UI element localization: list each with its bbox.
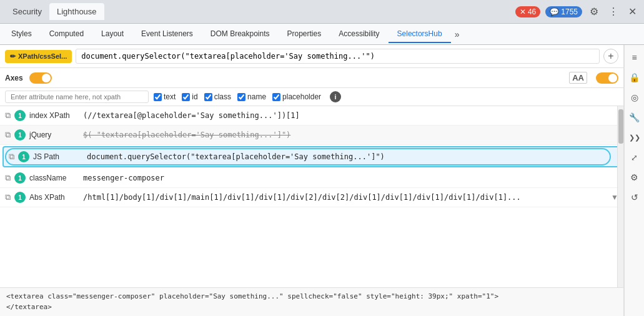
cb-placeholder-label[interactable]: placeholder [272,92,321,101]
tab-dom-breakpoints[interactable]: DOM Breakpoints [202,26,279,43]
row-num: 1 [14,172,26,184]
gear-button[interactable]: ⚙ [587,3,601,20]
row-num: 1 [14,192,26,203]
axes-row: Axes AA [0,68,623,88]
copy-icon[interactable]: ⧉ [5,173,11,183]
sidebar-wrench-icon[interactable]: 🔧 [626,109,643,126]
row-label: Abs XPath [29,193,79,202]
row-value: messenger-composer [83,174,618,182]
row-value: document.querySelector("textarea[placeho… [87,152,615,161]
top-bar-controls: ✕ 46 💬 1755 ⚙ ⋮ ✕ [515,3,639,20]
xpath-table: ⧉ 1 index XPath (//textarea[@placeholder… [0,106,623,287]
filter-checkboxes: text id class name placeholder i [154,91,341,102]
row-value: $( "textarea[placeholder='Say something.… [83,131,618,139]
error-count: 46 [528,7,536,16]
row-label: jQuery [29,131,79,139]
xpath-input[interactable] [76,49,600,64]
add-button[interactable]: + [603,49,618,64]
cb-class[interactable] [204,93,212,101]
footer: <textarea class="messenger-composer" pla… [0,287,623,316]
copy-icon[interactable]: ⧉ [5,130,11,140]
lighthouse-tab[interactable]: Lighthouse [49,3,104,20]
row-label: index XPath [29,111,79,120]
message-icon: 💬 [550,7,559,16]
row-value: /html[1]/body[1]/div[1]/main[1]/div[1]/d… [83,193,607,202]
tab-accessibility[interactable]: Accessibility [330,26,388,43]
plus-icon: + [608,51,613,62]
xpath-bar: ✏ XPath/cssSel... + [0,45,623,68]
more-button[interactable]: ⋮ [606,3,621,20]
info-icon[interactable]: i [330,91,341,102]
tab-styles[interactable]: Styles [2,26,41,43]
axes-toggle[interactable] [29,72,52,84]
table-row-js-path[interactable]: ⧉ 1 JS Path document.querySelector("text… [2,146,621,167]
error-x-icon: ✕ [520,7,526,16]
sidebar-arrows-icon[interactable]: ❯❯ [626,129,643,146]
tab-layout[interactable]: Layout [92,26,132,43]
table-row[interactable]: ⧉ 1 index XPath (//textarea[@placeholder… [0,106,623,126]
main-content: ✏ XPath/cssSel... + Axes AA [0,45,644,316]
row-num: 1 [14,110,26,121]
cb-name[interactable] [237,93,245,101]
security-tab[interactable]: Security [5,3,49,20]
message-badge[interactable]: 💬 1755 [545,6,582,17]
table-row[interactable]: ⧉ 1 Abs XPath /html[1]/body[1]/div[1]/ma… [0,188,623,207]
cb-text[interactable] [154,93,162,101]
copy-icon[interactable]: ⧉ [9,152,14,162]
cb-class-label[interactable]: class [204,92,231,101]
axes-label: Axes [5,74,23,82]
filter-input[interactable] [5,91,149,103]
cb-text-label[interactable]: text [154,92,176,101]
sidebar-expand-icon[interactable]: ⤢ [626,149,643,166]
cb-id[interactable] [182,93,190,101]
row-label: className [29,174,79,182]
error-badge[interactable]: ✕ 46 [515,6,540,17]
xpath-label-button[interactable]: ✏ XPath/cssSel... [5,50,72,63]
cb-placeholder[interactable] [272,93,280,101]
sidebar-circle-icon[interactable]: ◎ [626,89,643,106]
sidebar-lines-icon[interactable]: ≡ [626,49,643,66]
cb-id-label[interactable]: id [182,92,197,101]
top-bar: Security Lighthouse ✕ 46 💬 1755 ⚙ ⋮ ✕ [0,0,644,24]
sidebar-gear-icon[interactable]: ⚙ [626,169,643,186]
xpath-label-text: XPath/cssSel... [18,52,67,60]
row-label: JS Path [33,152,83,161]
scrollbar[interactable] [617,106,623,287]
tab-properties[interactable]: Properties [279,26,330,43]
footer-line1: <textarea class="messenger-composer" pla… [6,292,617,302]
scroll-thumb [618,109,623,144]
table-row[interactable]: ⧉ 1 className messenger-composer [0,169,623,188]
row-value: (//textarea[@placeholder='Say something.… [83,111,618,120]
table-row[interactable]: ⧉ 1 jQuery $( "textarea[placeholder='Say… [0,126,623,145]
footer-line2: </textarea> [6,302,617,313]
right-sidebar: ≡ 🔒 ◎ 🔧 ❯❯ ⤢ ⚙ ↺ [624,45,644,316]
copy-icon[interactable]: ⧉ [5,111,11,121]
nav-tabs: Styles Computed Layout Event Listeners D… [0,24,644,45]
left-panel: ✏ XPath/cssSel... + Axes AA [0,45,624,316]
close-button[interactable]: ✕ [626,3,639,20]
message-count: 1755 [561,7,578,16]
filter-row: text id class name placeholder i [0,88,623,106]
cb-name-label[interactable]: name [237,92,266,101]
pencil-icon: ✏ [10,52,16,61]
row-num: 1 [14,129,26,141]
nav-more-button[interactable]: » [451,27,463,42]
tab-event-listeners[interactable]: Event Listeners [132,26,202,43]
sidebar-refresh-icon[interactable]: ↺ [626,189,643,206]
aa-label: AA [569,72,587,84]
copy-icon[interactable]: ⧉ [5,192,11,202]
row-num: 1 [18,151,29,162]
tab-selectorshub[interactable]: SelectorsHub [389,26,451,43]
aa-toggle[interactable] [596,72,618,84]
tab-computed[interactable]: Computed [41,26,92,43]
sidebar-lock-icon[interactable]: 🔒 [626,69,643,86]
